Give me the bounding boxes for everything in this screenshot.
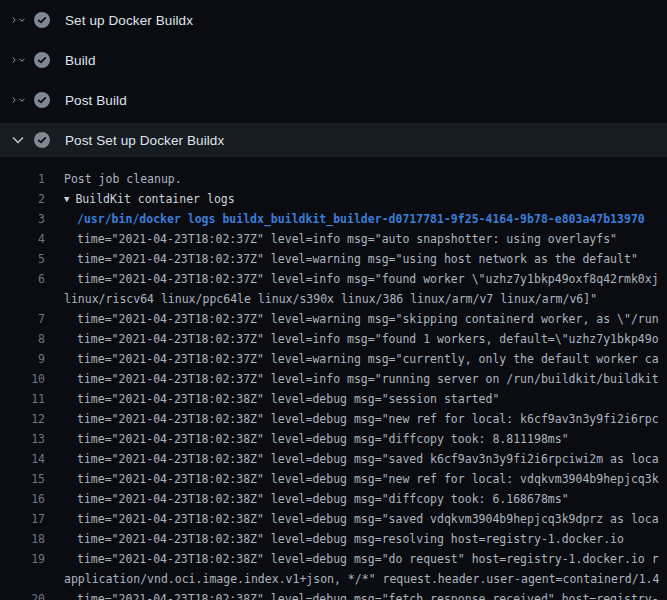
log-line-number[interactable]: 14 <box>0 449 45 469</box>
log-line: 15 time="2021-04-23T18:02:38Z" level=deb… <box>0 469 667 489</box>
chevron-right-icon <box>10 92 26 108</box>
log-line-number[interactable]: 20 <box>0 589 45 600</box>
log-line-text: time="2021-04-23T18:02:38Z" level=debug … <box>64 549 659 569</box>
log-line: linux/riscv64 linux/ppc64le linux/s390x … <box>0 289 667 309</box>
log-line-number[interactable]: 16 <box>0 489 45 509</box>
chevron-right-icon <box>10 12 26 28</box>
log-line: 6 time="2021-04-23T18:02:37Z" level=info… <box>0 269 667 289</box>
log-line-number[interactable]: 2 <box>0 189 45 209</box>
log-line-number[interactable]: 10 <box>0 369 45 389</box>
log-line: 20 time="2021-04-23T18:02:38Z" level=deb… <box>0 589 667 600</box>
log-line: 3 /usr/bin/docker logs buildx_buildkit_b… <box>0 209 667 229</box>
log-line: 18 time="2021-04-23T18:02:38Z" level=deb… <box>0 529 667 549</box>
log-line-number[interactable]: 17 <box>0 509 45 529</box>
log-line-text: application/vnd.oci.image.index.v1+json,… <box>64 569 659 589</box>
log-line-text: linux/riscv64 linux/ppc64le linux/s390x … <box>64 289 597 309</box>
step-post-build[interactable]: Post Build <box>0 80 667 120</box>
workflow-steps-list: Set up Docker Buildx Build Post Build Po… <box>0 0 667 600</box>
step-label: Build <box>65 53 96 68</box>
log-line: 14 time="2021-04-23T18:02:38Z" level=deb… <box>0 449 667 469</box>
log-line-text: time="2021-04-23T18:02:38Z" level=debug … <box>64 469 659 489</box>
success-check-icon <box>34 12 50 28</box>
log-output: 1 Post job cleanup. 2 ▼BuildKit containe… <box>0 160 667 600</box>
success-check-icon <box>34 92 50 108</box>
log-line-text: time="2021-04-23T18:02:37Z" level=info m… <box>64 329 659 349</box>
log-line-text: time="2021-04-23T18:02:38Z" level=debug … <box>64 489 569 509</box>
log-line-text: time="2021-04-23T18:02:37Z" level=info m… <box>64 369 659 389</box>
log-line-number[interactable]: 9 <box>0 349 45 369</box>
log-line-number[interactable]: 13 <box>0 429 45 449</box>
log-line-text: time="2021-04-23T18:02:38Z" level=debug … <box>64 589 659 600</box>
log-line-number[interactable]: 11 <box>0 389 45 409</box>
log-line: 9 time="2021-04-23T18:02:37Z" level=warn… <box>0 349 667 369</box>
log-line-number[interactable]: 3 <box>0 209 45 229</box>
log-line-number[interactable]: 6 <box>0 269 45 289</box>
step-post-set-up-docker-buildx[interactable]: Post Set up Docker Buildx <box>0 123 667 157</box>
log-line: 17 time="2021-04-23T18:02:38Z" level=deb… <box>0 509 667 529</box>
log-line-number[interactable]: 1 <box>0 169 45 189</box>
log-line: application/vnd.oci.image.index.v1+json,… <box>0 569 667 589</box>
log-line-number[interactable] <box>0 569 45 589</box>
step-label: Post Set up Docker Buildx <box>65 133 224 148</box>
chevron-down-icon <box>10 132 26 148</box>
log-line-number[interactable]: 8 <box>0 329 45 349</box>
chevron-right-icon <box>10 52 26 68</box>
log-line: 5 time="2021-04-23T18:02:37Z" level=warn… <box>0 249 667 269</box>
log-line: 12 time="2021-04-23T18:02:38Z" level=deb… <box>0 409 667 429</box>
step-set-up-docker-buildx[interactable]: Set up Docker Buildx <box>0 0 667 40</box>
log-line[interactable]: 2 ▼BuildKit container logs <box>0 189 667 209</box>
success-check-icon <box>34 132 50 148</box>
log-line-number[interactable]: 7 <box>0 309 45 329</box>
log-line-text: time="2021-04-23T18:02:37Z" level=info m… <box>64 269 659 289</box>
log-line: 4 time="2021-04-23T18:02:37Z" level=info… <box>0 229 667 249</box>
log-line-number[interactable]: 12 <box>0 409 45 429</box>
log-rows: 1 Post job cleanup. 2 ▼BuildKit containe… <box>0 169 667 600</box>
log-line-number[interactable]: 15 <box>0 469 45 489</box>
log-line: 10 time="2021-04-23T18:02:37Z" level=inf… <box>0 369 667 389</box>
log-line-text: time="2021-04-23T18:02:38Z" level=debug … <box>64 389 499 409</box>
log-line: 8 time="2021-04-23T18:02:37Z" level=info… <box>0 329 667 349</box>
success-check-icon <box>34 52 50 68</box>
log-line-number[interactable] <box>0 289 45 309</box>
log-line-text: time="2021-04-23T18:02:37Z" level=warnin… <box>64 249 638 269</box>
log-line-number[interactable]: 18 <box>0 529 45 549</box>
log-line-text: time="2021-04-23T18:02:37Z" level=info m… <box>64 229 617 249</box>
triangle-down-icon: ▼ <box>64 194 69 204</box>
log-line-text: time="2021-04-23T18:02:38Z" level=debug … <box>64 429 569 449</box>
log-line: 1 Post job cleanup. <box>0 169 667 189</box>
log-line: 19 time="2021-04-23T18:02:38Z" level=deb… <box>0 549 667 569</box>
log-line-text: time="2021-04-23T18:02:38Z" level=debug … <box>64 409 659 429</box>
log-line-text: time="2021-04-23T18:02:38Z" level=debug … <box>64 509 659 529</box>
log-line: 11 time="2021-04-23T18:02:38Z" level=deb… <box>0 389 667 409</box>
log-line-text: time="2021-04-23T18:02:38Z" level=debug … <box>64 449 659 469</box>
log-line-text: ▼BuildKit container logs <box>64 189 235 209</box>
log-line-text: /usr/bin/docker logs buildx_buildkit_bui… <box>64 209 645 229</box>
step-label: Post Build <box>65 93 127 108</box>
step-label: Set up Docker Buildx <box>65 13 193 28</box>
log-line-text: time="2021-04-23T18:02:38Z" level=debug … <box>64 529 624 549</box>
log-line-number[interactable]: 19 <box>0 549 45 569</box>
log-line-text: time="2021-04-23T18:02:37Z" level=warnin… <box>64 349 659 369</box>
log-line: 16 time="2021-04-23T18:02:38Z" level=deb… <box>0 489 667 509</box>
step-build[interactable]: Build <box>0 40 667 80</box>
log-line: 13 time="2021-04-23T18:02:38Z" level=deb… <box>0 429 667 449</box>
log-line-number[interactable]: 4 <box>0 229 45 249</box>
log-line-text: time="2021-04-23T18:02:37Z" level=warnin… <box>64 309 659 329</box>
log-line-text: Post job cleanup. <box>64 169 182 189</box>
log-line-number[interactable]: 5 <box>0 249 45 269</box>
log-line: 7 time="2021-04-23T18:02:37Z" level=warn… <box>0 309 667 329</box>
